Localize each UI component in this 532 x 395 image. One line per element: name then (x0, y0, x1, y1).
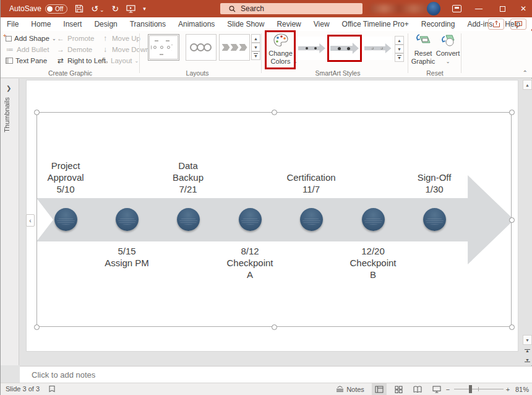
smartart-selection-border[interactable] (36, 112, 512, 327)
text-pane-button[interactable]: Text Pane (6, 56, 47, 66)
group-divider (408, 33, 408, 73)
tab-slide-show[interactable]: Slide Show (221, 17, 270, 31)
ribbon: + Add Shape ⌄ ≔ Add Bullet Text Pane ← P… (1, 31, 532, 78)
move-down-label: Move Down (112, 46, 150, 53)
convert-caret-icon: ⌄ (446, 58, 450, 66)
layout-option-chevron-process[interactable] (219, 34, 250, 61)
accessibility-checker-icon[interactable] (48, 385, 56, 393)
user-avatar[interactable] (427, 2, 440, 15)
quick-access-customize-icon[interactable]: ▾ (143, 6, 146, 12)
comments-button[interactable] (510, 19, 526, 30)
ribbon-display-options-icon[interactable] (452, 5, 461, 12)
notes-toggle-button[interactable]: Notes (335, 383, 366, 395)
thumbnails-pane-label: Thumbnails (3, 97, 11, 132)
start-presentation-icon[interactable] (126, 5, 135, 13)
powerpoint-window: AutoSave Off ↺⌄ ↻ ▾ Search — ✕ File Home (0, 0, 532, 395)
resize-handle-bottom-center[interactable] (272, 324, 277, 330)
zoom-level[interactable]: 81% (513, 383, 531, 395)
tab-smartart-design[interactable]: SmartArt Design (526, 17, 532, 31)
zoom-slider-thumb[interactable] (469, 385, 472, 393)
tab-transitions[interactable]: Transitions (124, 17, 172, 31)
convert-button[interactable]: Convert ⌄ (436, 33, 460, 66)
zoom-slider-track[interactable] (454, 389, 504, 389)
notes-pane[interactable]: Click to add notes (20, 366, 532, 383)
move-up-button[interactable]: ↑ Move Up (101, 33, 140, 43)
title-bar: AutoSave Off ↺⌄ ↻ ▾ Search — ✕ (1, 0, 532, 17)
change-colors-label: Change Colors (268, 50, 293, 66)
layout-button[interactable]: Layout ⌄ (101, 56, 139, 66)
right-to-left-icon: ⇄ (56, 56, 65, 65)
resize-handle-middle-right[interactable] (509, 217, 515, 223)
demote-button[interactable]: → Demote (56, 45, 92, 54)
add-shape-button[interactable]: + Add Shape ⌄ (6, 33, 56, 43)
resize-handle-top-center[interactable] (272, 110, 277, 115)
tab-recording[interactable]: Recording (415, 17, 461, 31)
add-bullet-button[interactable]: ≔ Add Bullet (6, 45, 49, 54)
redo-icon[interactable]: ↻ (111, 4, 119, 13)
search-input[interactable]: Search (220, 3, 363, 14)
previous-slide-button[interactable]: ▲ (523, 346, 531, 355)
zoom-slider-midpoint (478, 387, 479, 391)
tab-design[interactable]: Design (88, 17, 123, 31)
view-reading-button[interactable] (410, 383, 425, 395)
autosave-toggle[interactable]: Off (45, 4, 67, 14)
demote-label: Demote (67, 46, 92, 53)
close-button[interactable]: ✕ (513, 0, 532, 17)
layouts-more-button[interactable]: ▼ (251, 51, 260, 60)
maximize-icon (500, 6, 505, 12)
view-slide-sorter-button[interactable] (391, 383, 406, 395)
layouts-scroll-down-button[interactable]: ▼ (251, 43, 260, 51)
view-normal-button[interactable] (372, 383, 387, 395)
smartart-style-option-2-selected[interactable] (329, 36, 360, 61)
tab-review[interactable]: Review (270, 17, 307, 31)
smartart-style-option-1[interactable] (296, 36, 327, 61)
smartart-style-option-3[interactable] (363, 36, 393, 61)
tab-insert[interactable]: Insert (57, 17, 88, 31)
thumbnails-pane-collapsed[interactable]: ❯ Thumbnails (1, 79, 19, 365)
share-button[interactable] (488, 19, 504, 30)
scroll-down-button[interactable]: ▼ (523, 335, 532, 345)
undo-caret-icon[interactable]: ⌄ (100, 7, 105, 13)
collapse-ribbon-icon[interactable]: ⌃ (523, 69, 528, 76)
promote-button[interactable]: ← Promote (56, 33, 94, 43)
move-down-button[interactable]: ↓ Move Down (101, 45, 150, 54)
add-bullet-label: Add Bullet (17, 46, 49, 53)
minimize-button[interactable]: — (468, 0, 489, 17)
pane-splitter-button[interactable]: ‹ (26, 214, 35, 227)
reset-graphic-button[interactable]: Reset Graphic (410, 33, 436, 66)
group-divider (139, 33, 140, 73)
resize-handle-top-right[interactable] (509, 110, 515, 115)
autosave-label: AutoSave (9, 4, 41, 13)
tab-view[interactable]: View (307, 17, 336, 31)
add-bullet-icon: ≔ (6, 45, 14, 54)
styles-more-button[interactable]: ▼ (395, 53, 404, 62)
resize-handle-top-left[interactable] (34, 110, 40, 115)
tab-animations[interactable]: Animations (172, 17, 221, 31)
undo-icon[interactable]: ↺⌄ (91, 4, 104, 13)
save-icon[interactable] (75, 4, 84, 13)
view-slideshow-button[interactable] (429, 383, 444, 395)
maximize-button[interactable] (492, 0, 513, 17)
styles-scroll-down-button[interactable]: ▼ (395, 45, 404, 53)
change-colors-button[interactable]: Change Colors ⌄ (267, 33, 294, 74)
next-slide-button[interactable]: ▼ (523, 356, 531, 365)
expand-thumbnails-icon[interactable]: ❯ (6, 85, 11, 92)
resize-handle-bottom-right[interactable] (509, 324, 515, 330)
toggle-knob-icon (47, 6, 53, 12)
styles-scroll-up-button[interactable]: ▲ (395, 36, 404, 45)
tab-office-timeline-pro[interactable]: Office Timeline Pro+ (336, 17, 415, 31)
tab-file[interactable]: File (1, 17, 25, 31)
tab-home[interactable]: Home (25, 17, 57, 31)
layout-option-circle-process[interactable] (186, 34, 217, 61)
zoom-out-button[interactable]: − (444, 383, 452, 395)
add-shape-caret-icon: ⌄ (52, 36, 56, 41)
scroll-up-button[interactable]: ▲ (523, 80, 532, 90)
right-to-left-button[interactable]: ⇄ Right to Left (56, 56, 106, 66)
layout-caret-icon: ⌄ (135, 58, 139, 64)
slide-indicator[interactable]: Slide 3 of 3 (6, 385, 40, 393)
zoom-in-button[interactable]: + (504, 383, 512, 395)
resize-handle-bottom-left[interactable] (34, 324, 40, 330)
layout-option-basic-timeline[interactable] (148, 34, 179, 61)
group-divider (261, 33, 262, 73)
layouts-scroll-up-button[interactable]: ▲ (251, 34, 260, 43)
